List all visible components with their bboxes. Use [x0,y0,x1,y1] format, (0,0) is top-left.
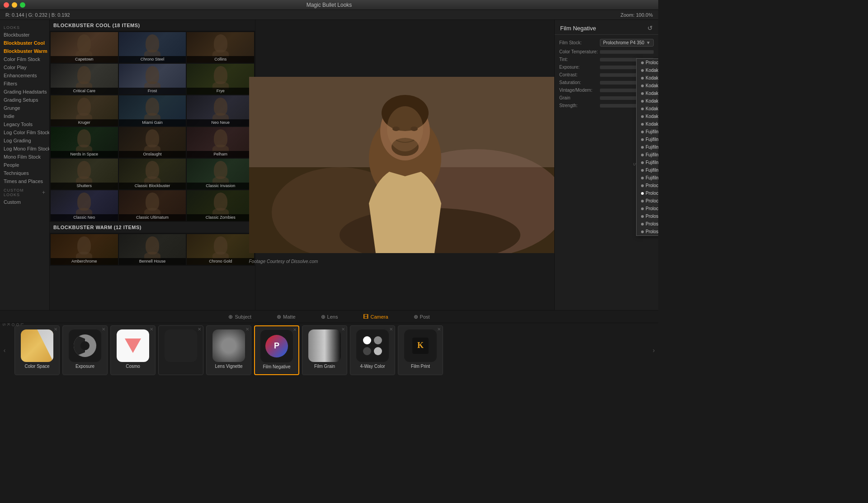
dropdown-option-prolochrome-p4400[interactable]: Prolochrome P4400 [637,197,658,205]
dropdown-option-fuji-reala-500d[interactable]: Fujifilm Reala 500D [637,159,658,166]
sidebar-item-color-film-stock[interactable]: Color Film Stock [0,55,49,63]
looks-scroll[interactable]: BLOCKBUSTER COOL (18 items) Capetown Chr… [50,20,255,310]
dropdown-option-kodak-5218[interactable]: Kodak 5218 Vision2 500T [637,89,658,97]
look-pelham[interactable]: Pelham [187,127,254,158]
sidebar-item-legacy-tools[interactable]: Legacy Tools [0,120,49,128]
tool-4way-color[interactable]: ✕ 4-Way Color [350,325,395,375]
look-chrono-gold[interactable]: Chrono Gold [187,234,254,265]
look-kruger[interactable]: Kruger [51,95,118,126]
tool-close-icon[interactable]: ✕ [150,327,153,332]
dropdown-option-fuji-8546[interactable]: Fujifilm 8546 Eterna Vivid 250D [637,136,658,143]
pipeline-tab-post[interactable]: ⊕ Post [410,312,434,322]
sidebar-item-grunge[interactable]: Grunge [0,104,49,112]
pipeline-tab-matte[interactable]: ⊕ Matte [273,312,299,322]
look-chrono-steel[interactable]: Chrono Steel [119,32,186,63]
sidebar-item-color-play[interactable]: Color Play [0,63,49,71]
tool-close-icon[interactable]: ✕ [293,327,297,332]
pipeline-tab-subject[interactable]: ⊕ Subject [225,312,255,322]
look-amberchrome[interactable]: Amberchrome [51,234,118,265]
tool-empty[interactable]: ✕ [158,325,203,375]
dropdown-option-prolochrome-p4-300[interactable]: Prolochrome P4 300 [637,182,658,189]
look-classic-blockbuster[interactable]: Classic Blockbuster [119,159,186,189]
traffic-lights [4,2,25,8]
controls-reset-button[interactable]: ↺ [647,24,653,32]
sidebar-item-blockbuster[interactable]: Blockbuster [0,31,49,39]
dropdown-option-prolochrome-p4-350[interactable]: Prolochrome P4 350 [637,189,658,197]
sidebar-item-log-color-film-stock[interactable]: Log Color Film Stock [0,128,49,136]
sidebar-item-enhancements[interactable]: Enhancements [0,71,49,80]
tool-lens-vignette[interactable]: ✕ Lens Vignette [206,325,251,375]
sidebar-item-blockbuster-warm[interactable]: Blockbuster Warm [0,47,49,55]
tool-close-icon[interactable]: ✕ [102,327,105,332]
dropdown-option-fuji-8543[interactable]: Fujifilm 8543 Eterna Vivid 160 [637,128,658,136]
dropdown-option-fuji-f125[interactable]: Fujifilm F125 [637,174,658,182]
minimize-button[interactable] [12,2,17,8]
tool-close-icon[interactable]: ✕ [245,327,249,332]
dropdown-option-prolochrome-p4350[interactable]: Prolochrome P4350 [637,59,658,66]
look-critical-care[interactable]: Critical Care [51,64,118,94]
tool-exposure[interactable]: ✕ Exposure [62,325,108,375]
sidebar-item-custom[interactable]: Custom [0,198,49,206]
look-frye[interactable]: Frye [187,64,254,94]
sidebar-item-people[interactable]: People [0,161,49,169]
dropdown-option-fuji-f64d[interactable]: Fujifilm F64D [637,166,658,174]
look-neo-neue[interactable]: Neo Neue [187,95,254,126]
tool-cosmo[interactable]: ✕ Cosmo [110,325,156,375]
dropdown-option-prolostia-p2100[interactable]: Prolostia P2100 [637,228,658,235]
bullet-icon [641,230,644,233]
film-stock-dropdown-button[interactable]: Prolochrome P4 350 ▼ [600,39,654,47]
tool-close-icon[interactable]: ✕ [54,327,57,332]
tool-film-grain[interactable]: ✕ Film Grain [302,325,347,375]
tool-close-icon[interactable]: ✕ [341,327,345,332]
look-capetown[interactable]: Capetown [51,32,118,63]
sidebar-item-grading-setups[interactable]: Grading Setups [0,96,49,104]
dropdown-option-prolostia-p2000[interactable]: Prolostia P2000 [637,212,658,220]
sidebar-item-indie[interactable]: Indie [0,112,49,120]
look-classic-invasion[interactable]: Classic Invasion [187,159,254,189]
sidebar-item-blockbuster-cool[interactable]: Blockbuster Cool [0,39,49,47]
pipeline-tab-lens[interactable]: ⊕ Lens [317,312,342,322]
sidebar-item-log-mono-film-stock[interactable]: Log Mono Film Stock [0,145,49,153]
pipeline-tab-camera[interactable]: 🎞 Camera [359,312,392,322]
look-miami-gain[interactable]: Miami Gain [119,95,186,126]
sidebar-item-times-and-places[interactable]: Times and Places [0,177,49,185]
dropdown-option-kodak-5205[interactable]: Kodak 5205 Vision2 250D [637,74,658,82]
dropdown-option-kodak-5201[interactable]: Kodak 5201 Vision 50D [637,66,658,74]
bullet-icon [641,146,644,149]
maximize-button[interactable] [20,2,25,8]
add-custom-button[interactable]: + [42,189,46,196]
look-collins[interactable]: Collins [187,32,254,63]
look-frost[interactable]: Frost [119,64,186,94]
tool-close-icon[interactable]: ✕ [389,327,393,332]
look-bennell-house[interactable]: Bennell House [119,234,186,265]
tool-close-icon[interactable]: ✕ [198,327,201,332]
look-classic-zombies[interactable]: Classic Zombies [187,190,254,221]
tool-film-print[interactable]: ✕ K Film Print [398,325,443,375]
look-shutters[interactable]: Shutters [51,159,118,189]
tools-right-arrow[interactable]: › [649,323,658,377]
look-classic-ultimatum[interactable]: Classic Ultimatum [119,190,186,221]
look-classic-neo[interactable]: Classic Neo [51,190,118,221]
dropdown-option-fuji-8553[interactable]: Fujifilm 8553 Eterna 250 [637,143,658,151]
dropdown-option-kodak-5231[interactable]: Kodak 5231 Plus-X Push 2 [637,120,658,128]
look-onslaught[interactable]: Onslaught [119,127,186,158]
dropdown-option-kodak-5229[interactable]: Kodak 5229 Vision2 500T [637,105,658,113]
tool-label-film-print: Film Print [411,364,430,369]
sidebar-item-techniques[interactable]: Techniques [0,169,49,177]
dropdown-option-fuji-eterna-500t[interactable]: Fujifilm Eterna 500T [637,151,658,159]
dropdown-option-kodak-5207[interactable]: Kodak 5207 Vision3 250D [637,82,658,89]
close-button[interactable] [4,2,9,8]
dropdown-option-prolostia-p20-50[interactable]: Prolostia P20 50 [637,220,658,228]
color-temp-value[interactable] [600,50,654,54]
sidebar-item-log-grading[interactable]: Log Grading [0,136,49,145]
look-label-classic-blockbuster: Classic Blockbuster [119,183,186,189]
tool-film-negative[interactable]: ✕ Film Negative [254,325,299,375]
dropdown-option-prolochrome-p4-450[interactable]: Prolochrome P4 450 [637,205,658,212]
dropdown-option-kodak-5222[interactable]: Kodak 5222 Double-X Push 3 [637,113,658,120]
dropdown-option-kodak-5219[interactable]: Kodak 5219 Vision3 500T [637,97,658,105]
sidebar-item-filters[interactable]: Filters [0,80,49,88]
sidebar-item-grading-headstarts[interactable]: Grading Headstarts [0,88,49,96]
sidebar-item-mono-film-stock[interactable]: Mono Film Stock [0,153,49,161]
look-nerds-in-space[interactable]: Nerds in Space [51,127,118,158]
tool-close-icon[interactable]: ✕ [437,327,441,332]
